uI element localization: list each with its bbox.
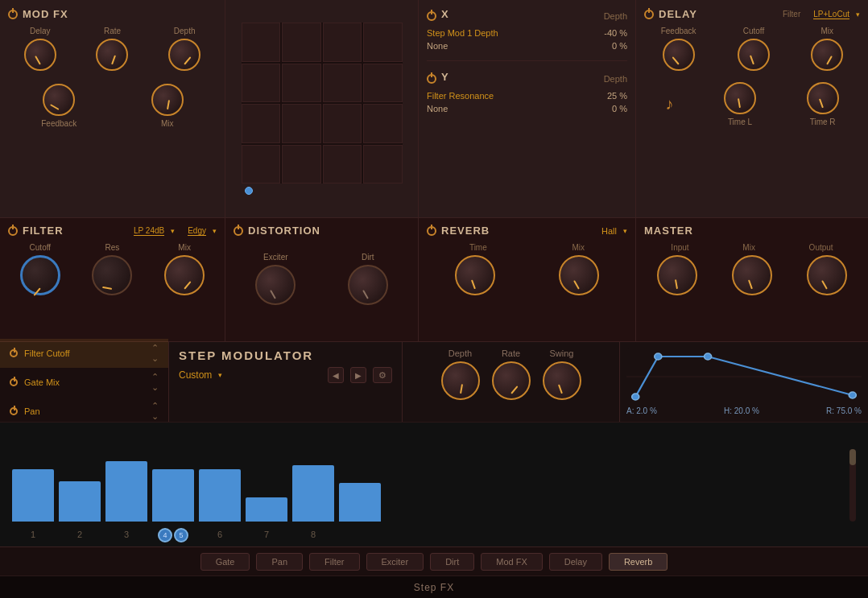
- grid-cell-14[interactable]: [282, 145, 321, 184]
- tab-reverb[interactable]: Reverb: [609, 553, 668, 571]
- y-mod2-value: 0 %: [612, 104, 627, 113]
- x-mod1-target[interactable]: Step Mod 1 Depth: [427, 28, 498, 38]
- distortion-dirt-knob[interactable]: Dirt: [348, 253, 388, 305]
- filter-title: FILTER: [23, 225, 64, 237]
- item-1-power[interactable]: [10, 378, 18, 386]
- step-mod-preset[interactable]: Custom: [179, 369, 212, 381]
- step-grid[interactable]: [242, 23, 403, 184]
- grid-cell-3[interactable]: [323, 23, 362, 62]
- bar-5-fill[interactable]: [199, 469, 241, 522]
- tab-filter[interactable]: Filter: [309, 553, 359, 571]
- filter-mode[interactable]: Edgy: [188, 226, 206, 236]
- item-1-label: Gate Mix: [24, 377, 60, 387]
- tab-exciter[interactable]: Exciter: [366, 553, 424, 571]
- scroll-indicator[interactable]: [849, 449, 856, 522]
- scroll-thumb[interactable]: [849, 449, 856, 465]
- delay-title-row: DELAY Filter LP+LoCut ▾: [644, 8, 860, 20]
- delay-timer-knob[interactable]: Time R: [807, 82, 839, 126]
- grid-cell-1[interactable]: [242, 23, 281, 62]
- mod-fx-power-icon[interactable]: [8, 10, 18, 19]
- delay-feedback-knob[interactable]: Feedback: [661, 27, 696, 71]
- bar-4[interactable]: [152, 469, 194, 522]
- delay-timel-knob[interactable]: Time L: [724, 82, 756, 126]
- tab-pan[interactable]: Pan: [256, 553, 303, 571]
- master-input-knob[interactable]: [657, 255, 697, 295]
- step-mod-settings-btn[interactable]: ⚙: [373, 367, 392, 383]
- bar-7[interactable]: [292, 465, 334, 522]
- bar-3-fill[interactable]: [105, 461, 147, 522]
- x-power-icon[interactable]: [427, 11, 436, 21]
- filter-power-icon[interactable]: [8, 226, 18, 236]
- bar-1-fill[interactable]: [12, 469, 54, 522]
- tab-delay[interactable]: Delay: [549, 553, 602, 571]
- bar-8-fill[interactable]: [339, 483, 381, 522]
- delay-mix-knob[interactable]: Mix: [811, 27, 843, 71]
- x-mod2-target[interactable]: None: [427, 41, 448, 51]
- bars-container: [12, 461, 841, 522]
- mod-fx-depth-knob[interactable]: Depth: [168, 27, 200, 71]
- step-num-6: 6: [199, 530, 241, 539]
- bar-4-fill[interactable]: [152, 469, 194, 522]
- grid-cell-2[interactable]: [282, 23, 321, 62]
- distortion-exciter-knob[interactable]: Exciter: [255, 253, 296, 305]
- y-power-icon[interactable]: [427, 74, 436, 84]
- reverb-power-icon[interactable]: [427, 226, 436, 236]
- grid-cell-8[interactable]: [363, 64, 403, 103]
- step-mod-item-0[interactable]: Filter Cutoff ⌃⌄: [0, 339, 168, 368]
- item-0-power[interactable]: [10, 349, 18, 357]
- top-section: MOD FX Delay Rate Depth: [0, 0, 868, 217]
- grid-cell-6[interactable]: [282, 64, 321, 103]
- grid-cell-9[interactable]: [242, 104, 281, 143]
- delay-filter-value[interactable]: LP+LoCut: [813, 10, 849, 19]
- bar-2-fill[interactable]: [59, 481, 101, 522]
- filter-res-knob[interactable]: Res: [92, 243, 132, 295]
- master-output-knob[interactable]: [807, 255, 847, 295]
- step-mod-next-btn[interactable]: ▶: [350, 367, 366, 383]
- bar-1[interactable]: [12, 469, 54, 522]
- filter-type[interactable]: LP 24dB: [134, 226, 164, 236]
- bar-3[interactable]: [105, 461, 147, 522]
- grid-cell-16[interactable]: [363, 145, 403, 184]
- grid-cell-13[interactable]: [242, 145, 281, 184]
- mod-fx-feedback-knob[interactable]: Feedback: [41, 84, 76, 128]
- tab-gate[interactable]: Gate: [200, 553, 250, 571]
- bar-2[interactable]: [59, 481, 101, 522]
- bar-5[interactable]: [199, 469, 241, 522]
- step-mod-item-2[interactable]: Pan ⌃⌄: [0, 397, 168, 426]
- depth-knob[interactable]: Depth: [441, 348, 480, 400]
- grid-cell-4[interactable]: [363, 23, 403, 62]
- tab-modfx[interactable]: Mod FX: [481, 553, 543, 571]
- reverb-time-knob[interactable]: [455, 255, 495, 295]
- reverb-type[interactable]: Hall: [601, 226, 617, 236]
- mod-fx-delay-knob[interactable]: Delay: [24, 27, 56, 71]
- bar-6[interactable]: [246, 497, 287, 522]
- filter-cutoff-knob[interactable]: Cutoff: [20, 243, 60, 295]
- distortion-power-icon[interactable]: [234, 226, 243, 236]
- y-mod2-target[interactable]: None: [427, 104, 448, 113]
- tab-dirt[interactable]: Dirt: [430, 553, 474, 571]
- grid-cell-5[interactable]: [242, 64, 281, 103]
- grid-cell-15[interactable]: [323, 145, 362, 184]
- delay-power-icon[interactable]: [644, 10, 654, 19]
- item-2-power[interactable]: [10, 407, 18, 415]
- master-mix-knob[interactable]: [732, 255, 772, 295]
- step-mod-item-1[interactable]: Gate Mix ⌃⌄: [0, 368, 168, 397]
- y-mod1-target[interactable]: Filter Resonance: [427, 91, 494, 101]
- rate-knob[interactable]: Rate: [492, 348, 531, 400]
- step-mod-controls: Depth Rate Swing: [403, 342, 620, 422]
- mod-fx-rate-knob[interactable]: Rate: [96, 27, 128, 71]
- filter-mix-knob[interactable]: Mix: [164, 243, 205, 295]
- grid-cell-7[interactable]: [323, 64, 362, 103]
- bar-8[interactable]: [339, 483, 381, 522]
- env-release-label: R: 75.0 %: [826, 406, 862, 415]
- bar-7-fill[interactable]: [292, 465, 334, 522]
- grid-cell-11[interactable]: [323, 104, 362, 143]
- delay-cutoff-knob[interactable]: Cutoff: [738, 27, 770, 71]
- mod-fx-mix-knob[interactable]: Mix: [151, 84, 184, 128]
- step-mod-prev-btn[interactable]: ◀: [328, 367, 344, 383]
- reverb-mix-knob[interactable]: [559, 255, 599, 295]
- grid-cell-12[interactable]: [363, 104, 403, 143]
- swing-knob[interactable]: Swing: [543, 348, 581, 400]
- bar-6-fill[interactable]: [246, 497, 287, 522]
- grid-cell-10[interactable]: [282, 104, 321, 143]
